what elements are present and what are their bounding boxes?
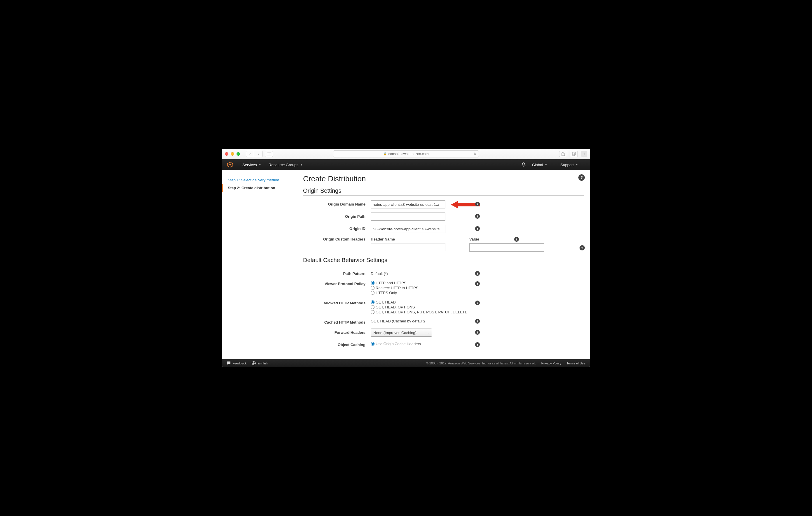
- page-title: Create Distribution: [303, 174, 584, 183]
- sidebar-toggle[interactable]: [265, 151, 273, 157]
- origin-id-label: Origin ID: [303, 225, 371, 231]
- minimize-window[interactable]: [231, 152, 234, 156]
- origin-domain-input[interactable]: [371, 200, 445, 208]
- viewer-protocol-label: Viewer Protocol Policy: [303, 280, 371, 286]
- origin-settings-header: Origin Settings: [303, 187, 584, 195]
- maximize-window[interactable]: [236, 152, 240, 156]
- aws-navbar: Services▼ Resource Groups▼ Global▼ Suppo…: [222, 159, 590, 170]
- globe-icon: [252, 361, 256, 365]
- custom-headers-label: Origin Custom Headers: [303, 237, 371, 241]
- viewer-opt-http-https[interactable]: HTTP and HTTPS: [371, 281, 418, 285]
- lock-icon: 🔒: [383, 152, 387, 155]
- share-button[interactable]: [559, 151, 567, 157]
- info-icon[interactable]: i: [475, 281, 480, 286]
- object-caching-origin[interactable]: Use Origin Cache Headers: [371, 342, 421, 346]
- viewer-opt-redirect[interactable]: Redirect HTTP to HTTPS: [371, 286, 418, 290]
- step-1-link[interactable]: Step 1: Select delivery method: [222, 176, 298, 184]
- object-caching-label: Object Caching: [303, 341, 371, 347]
- path-pattern-value: Default (*): [371, 270, 388, 276]
- close-window[interactable]: [225, 152, 228, 156]
- header-name-col-label: Header Name: [371, 237, 445, 241]
- add-header-button[interactable]: +: [580, 245, 585, 250]
- terms-link[interactable]: Terms of Use: [567, 362, 585, 365]
- allowed-methods-label: Allowed HTTP Methods: [303, 299, 371, 305]
- allowed-opt-get-head[interactable]: GET, HEAD: [371, 300, 467, 304]
- step-2-active: Step 2: Create distribution: [222, 184, 298, 192]
- cached-methods-value: GET, HEAD (Cached by default): [371, 318, 425, 323]
- new-tab-button[interactable]: +: [581, 151, 587, 157]
- header-name-input[interactable]: [371, 243, 445, 251]
- path-pattern-label: Path Pattern: [303, 270, 371, 276]
- allowed-opt-all[interactable]: GET, HEAD, OPTIONS, PUT, POST, PATCH, DE…: [371, 310, 467, 314]
- help-icon[interactable]: ?: [578, 174, 585, 181]
- support-menu[interactable]: Support▼: [560, 163, 578, 167]
- services-menu[interactable]: Services▼: [242, 163, 261, 167]
- bell-icon[interactable]: [521, 162, 526, 167]
- info-icon[interactable]: i: [475, 330, 480, 335]
- origin-id-input[interactable]: [371, 225, 445, 233]
- address-bar[interactable]: 🔒 console.aws.amazon.com ↻: [333, 150, 479, 157]
- main-content: Step 1: Select delivery method Step 2: C…: [222, 170, 590, 359]
- refresh-icon[interactable]: ↻: [473, 152, 476, 156]
- forward-headers-select[interactable]: None (Improves Caching)⌄: [371, 329, 432, 337]
- value-col-label: Value i: [469, 237, 544, 242]
- feedback-link[interactable]: Feedback: [227, 361, 246, 365]
- aws-logo-icon[interactable]: [227, 161, 234, 168]
- svg-rect-0: [267, 152, 271, 155]
- info-icon[interactable]: i: [475, 214, 480, 219]
- form-content: ? Create Distribution Origin Settings Or…: [298, 170, 590, 359]
- origin-domain-label: Origin Domain Name: [303, 200, 371, 206]
- speech-icon: [227, 361, 231, 365]
- privacy-link[interactable]: Privacy Policy: [541, 362, 561, 365]
- info-icon[interactable]: i: [475, 342, 480, 347]
- back-button[interactable]: ‹: [246, 151, 254, 157]
- wizard-sidebar: Step 1: Select delivery method Step 2: C…: [222, 170, 298, 359]
- svg-rect-5: [573, 152, 576, 155]
- viewer-opt-https-only[interactable]: HTTPS Only: [371, 291, 418, 295]
- info-icon[interactable]: i: [475, 271, 480, 276]
- cached-methods-label: Cached HTTP Methods: [303, 318, 371, 325]
- language-link[interactable]: English: [252, 361, 268, 365]
- titlebar: ‹ › 🔒 console.aws.amazon.com ↻ +: [222, 149, 590, 159]
- url-text: console.aws.amazon.com: [388, 152, 429, 156]
- info-icon[interactable]: i: [514, 237, 519, 242]
- origin-path-label: Origin Path: [303, 213, 371, 219]
- info-icon[interactable]: i: [475, 226, 480, 231]
- region-menu[interactable]: Global▼: [532, 163, 547, 167]
- traffic-lights: [225, 152, 240, 156]
- info-icon[interactable]: i: [475, 319, 480, 324]
- tabs-button[interactable]: [570, 151, 578, 157]
- footer: Feedback English © 2008 - 2017, Amazon W…: [222, 359, 590, 367]
- origin-path-input[interactable]: [371, 213, 445, 221]
- allowed-opt-get-head-options[interactable]: GET, HEAD, OPTIONS: [371, 305, 467, 309]
- browser-window: ‹ › 🔒 console.aws.amazon.com ↻ + Service…: [222, 149, 590, 367]
- forward-headers-label: Forward Headers: [303, 329, 371, 335]
- cache-settings-header: Default Cache Behavior Settings: [303, 257, 584, 265]
- svg-rect-4: [572, 153, 575, 156]
- header-value-input[interactable]: [469, 243, 544, 251]
- copyright-text: © 2008 - 2017, Amazon Web Services, Inc.…: [426, 362, 536, 365]
- info-icon[interactable]: i: [475, 301, 480, 305]
- info-icon[interactable]: i: [475, 202, 480, 206]
- resource-groups-menu[interactable]: Resource Groups▼: [269, 163, 303, 167]
- forward-button[interactable]: ›: [254, 151, 262, 157]
